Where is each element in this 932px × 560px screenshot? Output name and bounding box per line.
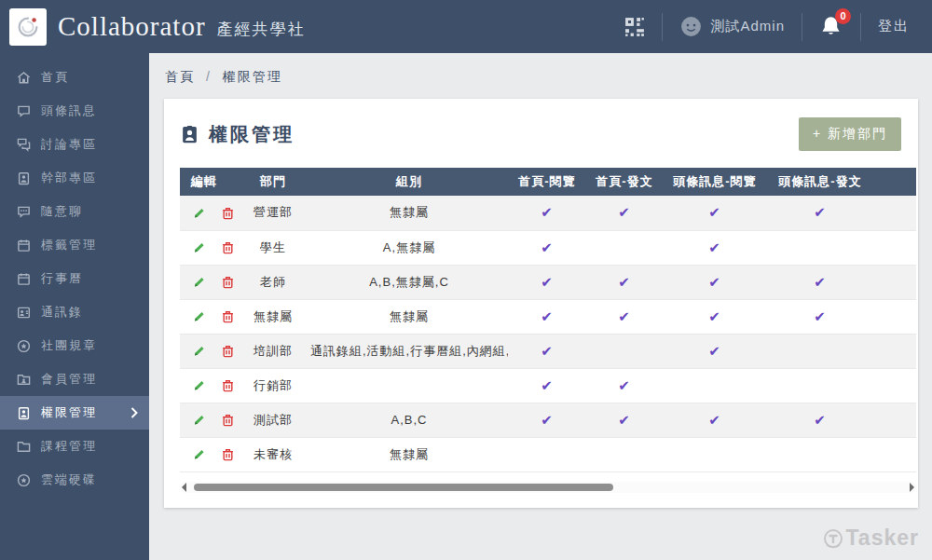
- sidebar-item[interactable]: 會員管理: [0, 362, 149, 396]
- swirl-logo-icon: [14, 13, 42, 41]
- check-icon: ✔: [708, 343, 721, 359]
- edit-pencil-icon[interactable]: [192, 378, 206, 393]
- department-name-cell: 未審核: [236, 437, 310, 471]
- sidebar-item-label: 討論專區: [41, 136, 97, 153]
- sidebar-item[interactable]: 首頁: [0, 61, 149, 94]
- department-name-cell: 培訓部: [236, 334, 310, 368]
- check-icon: ✔: [618, 377, 631, 393]
- department-row: 行銷部 ✔ ✔: [180, 368, 916, 403]
- sidebar-item[interactable]: 社團規章: [0, 329, 149, 362]
- delete-trash-icon[interactable]: [221, 413, 235, 428]
- sidebar-item[interactable]: 雲端硬碟: [0, 463, 149, 497]
- table-header-row: 編輯 部門 組別 首頁-閱覽 首頁-發文 頭條訊息-閱覽 頭條訊息-發文: [180, 168, 916, 196]
- chevron-right-icon: [130, 407, 138, 418]
- groups-cell: A,B,無隸屬,C: [310, 265, 508, 299]
- column-header: 頭條訊息-發文: [767, 168, 873, 196]
- main-content: 首頁 / 權限管理 權限管理 + 新增部門: [149, 53, 932, 560]
- sidebar-item[interactable]: 通訊錄: [0, 295, 149, 329]
- sidebar-item-label: 權限管理: [41, 404, 97, 421]
- logout-button[interactable]: 登出: [878, 18, 910, 35]
- apps-grid-icon[interactable]: [624, 17, 645, 37]
- edit-pencil-icon[interactable]: [192, 413, 206, 428]
- scroll-right-arrow-icon[interactable]: [910, 483, 914, 492]
- check-icon: ✔: [618, 308, 631, 324]
- groups-cell: 無隸屬: [310, 299, 508, 334]
- department-row: 測試部 A,B,C ✔ ✔ ✔ ✔: [180, 403, 916, 437]
- delete-trash-icon[interactable]: [221, 447, 235, 462]
- check-icon: ✔: [541, 239, 554, 255]
- department-name-cell: 營運部: [236, 196, 310, 230]
- tasker-watermark-text: Tasker: [846, 526, 919, 551]
- department-row: 培訓部 通訊錄組,活動組,行事曆組,內網組,無隸屬 ✔ ✔: [180, 334, 916, 368]
- chats-icon: [17, 138, 31, 152]
- edit-pencil-icon[interactable]: [192, 447, 206, 462]
- sidebar-item[interactable]: 討論專區: [0, 128, 149, 161]
- clipped-cell: [873, 265, 916, 299]
- edit-pencil-icon[interactable]: [192, 240, 206, 255]
- clipped-cell: [873, 368, 916, 403]
- chat-icon: [17, 104, 31, 118]
- check-icon: ✔: [618, 274, 631, 290]
- tasker-watermark: Tasker: [822, 526, 919, 551]
- check-icon: ✔: [541, 204, 554, 220]
- groups-cell: 無隸屬: [310, 196, 508, 230]
- calendar-icon: [17, 272, 31, 286]
- edit-pencil-icon[interactable]: [192, 206, 206, 221]
- delete-trash-icon[interactable]: [221, 206, 235, 221]
- sidebar-item[interactable]: 課程管理: [0, 430, 149, 463]
- brand-title: Collaborator: [58, 11, 206, 42]
- breadcrumb: 首頁 / 權限管理: [149, 53, 932, 86]
- contacts-icon: [17, 306, 31, 320]
- scrollbar-thumb[interactable]: [194, 484, 613, 491]
- sidebar-item[interactable]: 行事曆: [0, 262, 149, 295]
- check-icon: ✔: [814, 308, 827, 324]
- check-icon: ✔: [814, 274, 827, 290]
- clipped-cell: [873, 196, 916, 230]
- horizontal-scrollbar[interactable]: [180, 482, 916, 493]
- delete-trash-icon[interactable]: [221, 309, 235, 324]
- edit-pencil-icon[interactable]: [192, 309, 206, 324]
- sidebar-item[interactable]: 幹部專區: [0, 161, 149, 195]
- clipped-cell: [873, 334, 916, 368]
- column-header: 部門: [236, 168, 310, 196]
- delete-trash-icon[interactable]: [221, 344, 235, 359]
- notification-count-badge: 0: [835, 8, 851, 24]
- breadcrumb-home-link[interactable]: 首頁: [165, 69, 195, 84]
- department-row: 老師 A,B,無隸屬,C ✔ ✔ ✔ ✔: [180, 265, 916, 299]
- permissions-table: 編輯 部門 組別 首頁-閱覽 首頁-發文 頭條訊息-閱覽 頭條訊息-發文: [180, 168, 916, 472]
- breadcrumb-separator: /: [206, 69, 212, 84]
- user-name: 測試Admin: [710, 18, 785, 35]
- notification-bell-icon[interactable]: 0: [819, 15, 843, 39]
- department-row: 未審核 無隸屬: [180, 437, 916, 471]
- sidebar-item-label: 頭條訊息: [41, 102, 97, 119]
- department-row: 營運部 無隸屬 ✔ ✔ ✔ ✔: [180, 196, 916, 230]
- chat-dots-icon: [17, 205, 31, 219]
- check-icon: ✔: [618, 412, 631, 428]
- sidebar-item[interactable]: 權限管理: [0, 396, 149, 430]
- delete-trash-icon[interactable]: [221, 275, 235, 290]
- sidebar-item[interactable]: 標籤管理: [0, 228, 149, 262]
- permissions-table-viewport: 編輯 部門 組別 首頁-閱覽 首頁-發文 頭條訊息-閱覽 頭條訊息-發文: [180, 168, 916, 472]
- sidebar-nav: 首頁 頭條訊息 討論專區 幹部專區: [0, 53, 149, 560]
- column-header: 頭條訊息-閱覽: [663, 168, 767, 196]
- check-icon: ✔: [541, 274, 554, 290]
- sidebar-item[interactable]: 隨意聊: [0, 195, 149, 228]
- department-name-cell: 無隸屬: [236, 299, 310, 334]
- delete-trash-icon[interactable]: [221, 240, 235, 255]
- sidebar-item[interactable]: 頭條訊息: [0, 94, 149, 128]
- add-department-button[interactable]: + 新增部門: [799, 117, 901, 151]
- page-title: 權限管理: [209, 122, 295, 147]
- app-logo[interactable]: [9, 8, 47, 46]
- calendar-icon: [17, 239, 31, 253]
- edit-pencil-icon[interactable]: [192, 344, 206, 359]
- topbar-divider: [662, 13, 663, 41]
- sidebar-item-label: 雲端硬碟: [41, 471, 97, 488]
- folder-icon: [17, 440, 31, 454]
- user-menu[interactable]: 測試Admin: [679, 15, 785, 38]
- topbar: Collaborator 產經共學社 測試Admin: [0, 0, 932, 53]
- delete-trash-icon[interactable]: [221, 378, 235, 393]
- column-header: 討論專: [873, 168, 916, 196]
- edit-pencil-icon[interactable]: [192, 275, 206, 290]
- department-name-cell: 學生: [236, 230, 310, 265]
- scroll-left-arrow-icon[interactable]: [182, 483, 186, 492]
